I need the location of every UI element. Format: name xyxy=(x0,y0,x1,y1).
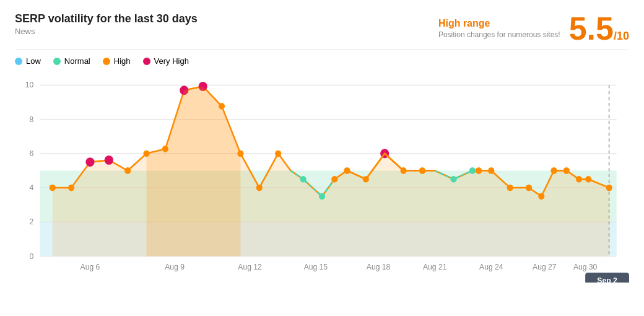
dot-32 xyxy=(564,167,570,174)
main-container: SERP volatility for the last 30 days New… xyxy=(0,0,644,316)
x-label-aug24: Aug 24 xyxy=(479,262,503,271)
header: SERP volatility for the last 30 days New… xyxy=(15,12,629,45)
y-label-8: 8 xyxy=(30,115,34,123)
dot-very-high-2 xyxy=(105,156,113,165)
legend-item-normal: Normal xyxy=(53,56,90,66)
header-right: High range Position changes for numerous… xyxy=(438,12,629,45)
legend-dot-low xyxy=(15,58,22,65)
legend-label-normal: Normal xyxy=(64,56,90,66)
header-left: SERP volatility for the last 30 days New… xyxy=(15,12,198,36)
dot-aug18-1 xyxy=(363,176,369,183)
dot-normal-4 xyxy=(469,167,476,174)
dot-35 xyxy=(606,185,612,191)
dot-29 xyxy=(526,185,532,191)
dot-13 xyxy=(275,150,281,157)
x-label-aug18: Aug 18 xyxy=(367,262,391,271)
legend-dot-normal xyxy=(53,58,61,65)
legend-item-low: Low xyxy=(15,56,41,66)
x-label-aug12: Aug 12 xyxy=(238,262,262,271)
score-denom: /10 xyxy=(614,30,629,43)
dot-28 xyxy=(507,185,513,191)
legend-item-very-high: Very High xyxy=(143,56,189,66)
dot-1 xyxy=(50,185,56,191)
chart-svg: 0 2 4 6 8 10 xyxy=(15,72,629,283)
dot-17 xyxy=(331,176,337,183)
peak-fill xyxy=(147,86,241,256)
dot-normal-2 xyxy=(319,193,325,200)
dot-26 xyxy=(476,167,482,174)
range-label: High range xyxy=(438,18,560,29)
range-info: High range Position changes for numerous… xyxy=(438,18,560,39)
x-label-aug15: Aug 15 xyxy=(304,262,328,271)
legend-label-low: Low xyxy=(26,56,41,66)
dot-normal-1 xyxy=(300,176,307,183)
dot-34 xyxy=(585,176,591,183)
x-label-aug30: Aug 30 xyxy=(573,262,598,271)
x-label-aug9: Aug 9 xyxy=(165,262,185,271)
y-label-0: 0 xyxy=(30,252,34,260)
x-label-aug27: Aug 27 xyxy=(533,262,557,271)
dot-5 xyxy=(124,167,131,174)
y-label-6: 6 xyxy=(30,149,34,158)
chart-area: 0 2 4 6 8 10 xyxy=(15,72,629,283)
y-label-4: 4 xyxy=(30,183,34,192)
range-desc: Position changes for numerous sites! xyxy=(438,30,560,39)
dot-2 xyxy=(68,185,74,191)
dot-30 xyxy=(538,193,544,200)
legend-label-high: High xyxy=(114,56,131,66)
score-block: 5.5 /10 xyxy=(569,12,629,45)
dot-22 xyxy=(419,167,425,174)
y-label-2: 2 xyxy=(30,217,34,226)
x-label-aug21: Aug 21 xyxy=(423,262,447,271)
score-value: 5.5 xyxy=(569,12,614,45)
dot-normal-3 xyxy=(451,176,457,183)
legend-item-high: High xyxy=(103,56,131,66)
dot-very-high-1 xyxy=(85,157,94,167)
x-label-sep2: Sep 2 xyxy=(597,276,617,283)
divider xyxy=(15,50,629,50)
dot-31 xyxy=(550,167,557,174)
dot-12 xyxy=(256,185,263,191)
dot-33 xyxy=(576,176,582,183)
subtitle: News xyxy=(15,27,198,36)
legend-label-very-high: Very High xyxy=(154,56,189,66)
legend-dot-very-high xyxy=(143,58,150,65)
legend-dot-high xyxy=(103,58,110,65)
y-label-10: 10 xyxy=(25,81,34,89)
page-title: SERP volatility for the last 30 days xyxy=(15,12,198,25)
dot-27 xyxy=(488,167,494,174)
x-label-aug6: Aug 6 xyxy=(80,262,100,271)
legend: Low Normal High Very High xyxy=(15,56,629,66)
